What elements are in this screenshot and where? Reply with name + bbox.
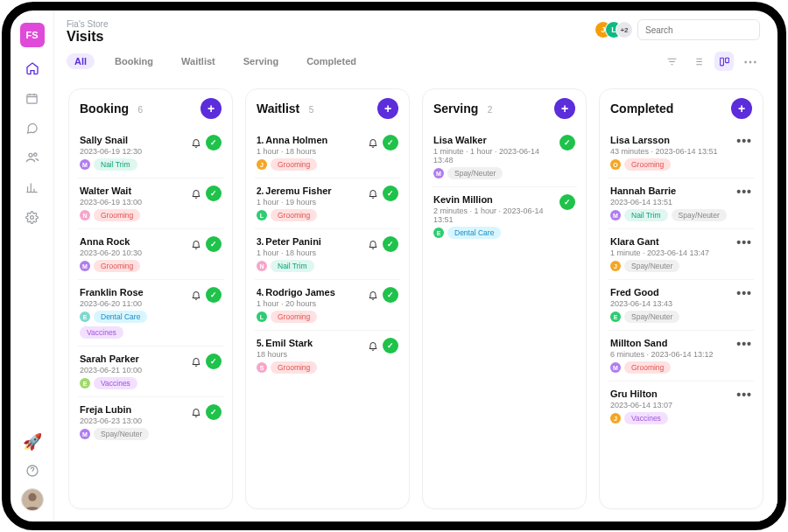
bell-icon[interactable] (191, 356, 201, 367)
add-button[interactable]: + (201, 98, 222, 119)
check-icon[interactable]: ✓ (383, 135, 398, 150)
settings-icon[interactable] (24, 208, 41, 226)
board-view-icon[interactable] (714, 52, 734, 71)
visit-card[interactable]: Gru Hilton 2023-06-14 13:07 J Vaccines •… (609, 383, 754, 431)
bell-icon[interactable] (368, 340, 378, 351)
visit-card[interactable]: Franklin Rose 2023-06-20 11:00 E Dental … (78, 282, 223, 346)
search-input[interactable] (637, 19, 760, 40)
visit-card[interactable]: Hannah Barrie 2023-06-14 13:51 M Nail Tr… (609, 180, 754, 229)
tag-chip: Nail Trim (271, 260, 314, 272)
rocket-icon[interactable]: 🚀 (21, 430, 44, 453)
tag-chip: Grooming (271, 209, 317, 221)
visit-card[interactable]: Lisa Walker 1 minute · 1 hour · 2023-06-… (432, 130, 577, 187)
check-icon[interactable]: ✓ (383, 287, 398, 303)
visit-card[interactable]: Klara Gant 1 minute · 2023-06-14 13:47 J… (609, 231, 754, 280)
card-meta: 1 hour · 18 hours (257, 248, 362, 257)
card-meta: 2023-06-19 12:30 (80, 147, 186, 156)
visit-card[interactable]: Millton Sand 6 minutes · 2023-06-14 13:1… (609, 332, 754, 382)
tag-chip: Spay/Neuter (672, 209, 727, 221)
card-more-icon[interactable]: ••• (736, 186, 752, 198)
help-icon[interactable] (24, 462, 41, 480)
check-icon[interactable]: ✓ (559, 135, 575, 150)
calendar-icon[interactable] (24, 89, 41, 107)
avatar-stack[interactable]: JL +2 (601, 22, 632, 38)
add-button[interactable]: + (731, 98, 752, 119)
visit-card[interactable]: Kevin Million 2 minutes · 1 hour · 2023-… (432, 189, 577, 246)
check-icon[interactable]: ✓ (383, 236, 398, 252)
pet-dot: M (80, 261, 90, 271)
column-count: 6 (137, 105, 143, 115)
card-more-icon[interactable]: ••• (736, 135, 752, 147)
bell-icon[interactable] (368, 188, 378, 199)
add-button[interactable]: + (554, 98, 575, 119)
card-name: 2.Jeremu Fisher (257, 186, 362, 196)
pet-dot: E (433, 228, 444, 238)
tab-booking[interactable]: Booking (107, 53, 161, 69)
check-icon[interactable]: ✓ (206, 186, 222, 201)
check-icon[interactable]: ✓ (383, 338, 398, 354)
tag-chip: Grooming (624, 361, 671, 374)
tag-chip: Vaccines (624, 412, 668, 424)
card-more-icon[interactable]: ••• (736, 287, 752, 299)
filter-icon[interactable] (662, 52, 681, 71)
tab-completed[interactable]: Completed (299, 53, 364, 69)
chat-icon[interactable] (24, 119, 41, 136)
check-icon[interactable]: ✓ (383, 186, 398, 201)
bell-icon[interactable] (191, 239, 201, 249)
visit-card[interactable]: Lisa Larsson 43 minutes · 2023-06-14 13:… (609, 130, 754, 178)
bell-icon[interactable] (368, 239, 378, 249)
visit-card[interactable]: 1.Anna Holmen 1 hour · 18 hours J Groomi… (255, 130, 400, 178)
column-title: Booking (80, 102, 129, 116)
bell-icon[interactable] (191, 137, 201, 148)
card-more-icon[interactable]: ••• (736, 388, 752, 401)
home-icon[interactable] (24, 60, 41, 77)
list-view-icon[interactable] (688, 52, 707, 71)
card-meta: 1 minute · 2023-06-14 13:47 (610, 248, 731, 257)
visit-card[interactable]: Sally Snail 2023-06-19 12:30 M Nail Trim… (78, 130, 223, 178)
column-count: 2 (488, 105, 493, 115)
visit-card[interactable]: 2.Jeremu Fisher 1 hour · 19 hours L Groo… (255, 180, 400, 229)
visit-card[interactable]: Walter Wait 2023-06-19 13:00 N Grooming … (78, 180, 223, 229)
visit-card[interactable]: Sarah Parker 2023-06-21 10:00 E Vaccines… (78, 348, 223, 397)
add-button[interactable]: + (377, 98, 398, 119)
visit-card[interactable]: Fred Good 2023-06-14 13:43 E Spay/Neuter… (609, 282, 754, 331)
tab-serving[interactable]: Serving (236, 53, 286, 69)
bell-icon[interactable] (368, 137, 378, 148)
more-icon[interactable]: ⋯ (741, 52, 760, 71)
user-avatar[interactable] (21, 488, 44, 511)
tag-chip: Spay/Neuter (624, 260, 679, 272)
tab-waitlist[interactable]: Waitlist (173, 53, 223, 69)
card-meta: 18 hours (257, 350, 362, 359)
visit-card[interactable]: Freja Lubin 2023-06-23 13:00 M Spay/Neut… (78, 399, 223, 447)
chart-icon[interactable] (24, 178, 41, 196)
card-more-icon[interactable]: ••• (736, 338, 752, 350)
users-icon[interactable] (24, 149, 41, 166)
bell-icon[interactable] (191, 407, 201, 417)
visit-card[interactable]: Anna Rock 2023-06-20 10:30 M Grooming ✓ (78, 231, 223, 280)
tag-chip: Dental Care (94, 311, 147, 323)
tab-all[interactable]: All (67, 53, 95, 69)
pet-dot: E (80, 312, 90, 322)
check-icon[interactable]: ✓ (206, 354, 222, 369)
card-meta: 2023-06-14 13:07 (610, 401, 731, 410)
check-icon[interactable]: ✓ (206, 135, 222, 150)
store-badge[interactable]: FS (20, 23, 45, 47)
check-icon[interactable]: ✓ (206, 236, 222, 252)
check-icon[interactable]: ✓ (206, 404, 222, 420)
visit-card[interactable]: 3.Peter Panini 1 hour · 18 hours N Nail … (255, 231, 400, 280)
column-completed: Completed + Lisa Larsson 43 minutes · 20… (599, 88, 763, 509)
bell-icon[interactable] (191, 188, 201, 199)
bell-icon[interactable] (191, 290, 201, 300)
check-icon[interactable]: ✓ (559, 194, 575, 210)
visit-card[interactable]: 4.Rodrigo James 1 hour · 20 hours L Groo… (255, 282, 400, 331)
card-name: Gru Hilton (610, 388, 731, 399)
pet-dot: L (257, 312, 267, 322)
column-title: Waitlist (257, 102, 299, 116)
bell-icon[interactable] (368, 290, 378, 300)
card-meta: 1 hour · 20 hours (257, 299, 362, 308)
tag-chip: Vaccines (80, 326, 123, 339)
card-more-icon[interactable]: ••• (736, 236, 752, 248)
card-name: Millton Sand (610, 338, 731, 348)
visit-card[interactable]: 5.Emil Stark 18 hours S Grooming ✓ (255, 332, 400, 381)
check-icon[interactable]: ✓ (206, 287, 222, 303)
